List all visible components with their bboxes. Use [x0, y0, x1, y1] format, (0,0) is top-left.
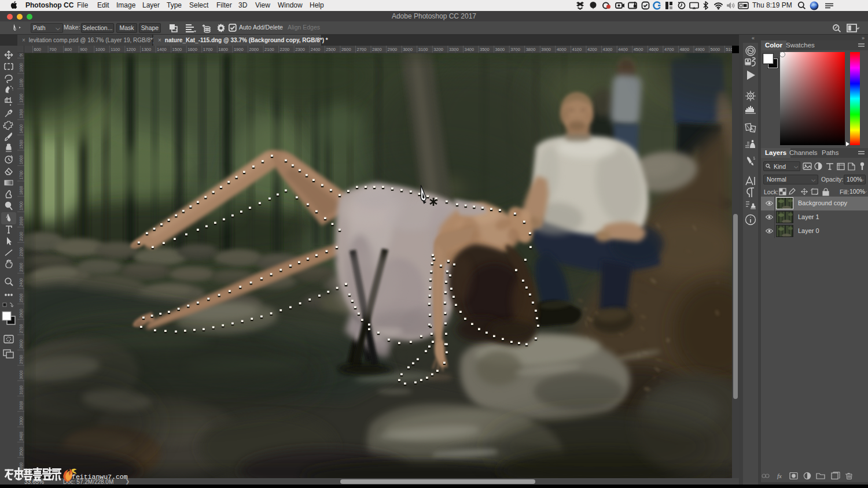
svg-text:3300: 3300: [449, 47, 459, 52]
svg-text:1500: 1500: [19, 140, 23, 149]
svg-text:4400: 4400: [618, 47, 628, 52]
svg-text:3100: 3100: [418, 47, 428, 52]
svg-text:3000: 3000: [403, 47, 413, 52]
svg-text:1600: 1600: [187, 47, 197, 52]
svg-text:4000: 4000: [557, 47, 567, 52]
svg-text:2400: 2400: [19, 278, 23, 287]
svg-text:1300: 1300: [19, 109, 23, 119]
svg-text:4300: 4300: [603, 47, 613, 52]
svg-text:1700: 1700: [19, 171, 23, 180]
svg-text:2900: 2900: [19, 355, 23, 364]
svg-text:5000: 5000: [711, 47, 720, 52]
svg-text:2900: 2900: [388, 47, 398, 52]
svg-text:3000: 3000: [19, 370, 23, 379]
svg-text:2700: 2700: [357, 47, 367, 52]
svg-text:fx: fx: [777, 472, 782, 479]
svg-text:2600: 2600: [19, 309, 23, 318]
svg-text:3500: 3500: [480, 47, 490, 52]
svg-text:1400: 1400: [157, 47, 167, 52]
svg-text:4500: 4500: [634, 47, 643, 52]
svg-text:1400: 1400: [19, 124, 23, 134]
svg-text:900: 900: [19, 53, 23, 57]
svg-text:1900: 1900: [19, 201, 23, 210]
svg-text:4800: 4800: [679, 47, 689, 52]
svg-text:3200: 3200: [19, 401, 23, 410]
svg-text:1000: 1000: [19, 63, 23, 72]
svg-text:3200: 3200: [433, 47, 443, 52]
svg-text:feitianwu7.com: feitianwu7.com: [72, 473, 128, 480]
svg-text:4600: 4600: [649, 47, 659, 52]
svg-text:2800: 2800: [19, 339, 23, 349]
svg-text:2700: 2700: [19, 324, 23, 334]
svg-text:4100: 4100: [572, 47, 582, 52]
svg-text:2500: 2500: [326, 47, 336, 52]
svg-text:1000: 1000: [95, 47, 105, 52]
svg-text:3100: 3100: [19, 386, 23, 395]
svg-text:3400: 3400: [465, 47, 475, 52]
svg-text:2300: 2300: [19, 263, 23, 272]
svg-text:2500: 2500: [19, 293, 23, 302]
svg-text:2300: 2300: [295, 47, 305, 52]
svg-text:2600: 2600: [341, 47, 351, 52]
svg-text:900: 900: [80, 47, 87, 52]
svg-text:4200: 4200: [587, 47, 597, 52]
svg-text:3300: 3300: [19, 416, 23, 426]
svg-text:4900: 4900: [695, 47, 705, 52]
svg-text:2200: 2200: [280, 47, 290, 52]
svg-text:3900: 3900: [541, 47, 551, 52]
svg-text:2100: 2100: [264, 47, 274, 52]
svg-text:2100: 2100: [19, 232, 23, 241]
svg-text:1900: 1900: [234, 47, 244, 52]
svg-text:1600: 1600: [19, 155, 23, 164]
svg-text:1100: 1100: [111, 47, 120, 52]
svg-text:1100: 1100: [19, 79, 23, 87]
svg-text:3700: 3700: [510, 47, 520, 52]
svg-text:3800: 3800: [526, 47, 536, 52]
svg-text:4700: 4700: [664, 47, 674, 52]
svg-text:3500: 3500: [19, 447, 23, 456]
svg-text:2000: 2000: [19, 217, 23, 226]
svg-text:3400: 3400: [19, 432, 23, 441]
svg-text:5100: 5100: [726, 47, 732, 52]
svg-text:800: 800: [65, 47, 72, 52]
svg-text:2400: 2400: [311, 47, 321, 52]
svg-text:700: 700: [49, 47, 57, 52]
svg-text:1200: 1200: [126, 47, 136, 52]
svg-text:2000: 2000: [249, 47, 259, 52]
svg-text:2800: 2800: [372, 47, 382, 52]
svg-text:1800: 1800: [19, 186, 23, 195]
svg-text:1300: 1300: [142, 47, 152, 52]
svg-text:2200: 2200: [19, 247, 23, 257]
svg-text:1700: 1700: [203, 47, 213, 52]
svg-text:1800: 1800: [218, 47, 228, 52]
svg-text:1200: 1200: [19, 94, 23, 103]
svg-text:1500: 1500: [172, 47, 182, 52]
svg-text:3600: 3600: [495, 47, 505, 52]
svg-text:600: 600: [34, 47, 42, 52]
